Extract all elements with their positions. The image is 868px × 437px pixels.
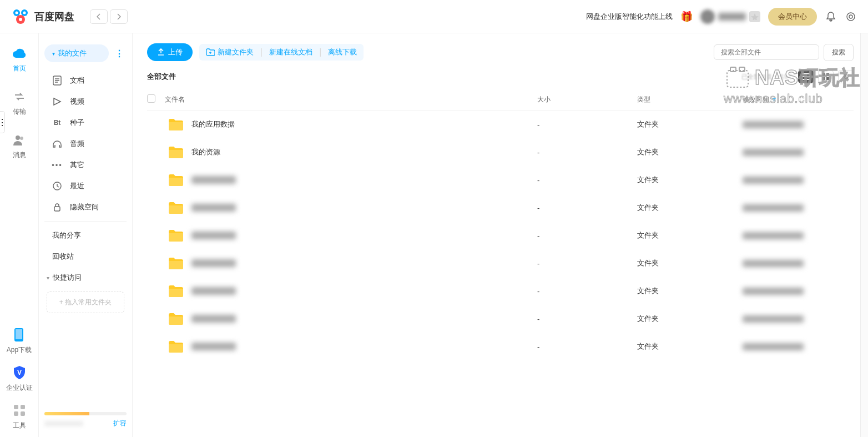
separator: | xyxy=(319,47,321,57)
user-block[interactable] xyxy=(700,9,760,24)
table-row[interactable]: 我的应用数据-文件夹 xyxy=(147,110,854,138)
row-size: - xyxy=(537,148,637,157)
avatar xyxy=(700,9,715,24)
baidu-pan-logo-icon xyxy=(11,8,30,25)
quick-access-dropzone[interactable]: + 拖入常用文件夹 xyxy=(47,292,124,313)
sidebar-cat-recent[interactable]: 最近 xyxy=(44,175,127,197)
breadcrumb[interactable]: 全部文件 xyxy=(147,72,176,82)
row-name: 我的资源 xyxy=(191,147,220,157)
grid-icon xyxy=(12,403,27,418)
cat-label: 文档 xyxy=(70,76,84,86)
table-row[interactable]: -文件夹 xyxy=(147,166,854,194)
notification-button[interactable] xyxy=(825,11,837,23)
row-name-blurred xyxy=(191,232,236,239)
chevron-right-icon xyxy=(117,13,121,20)
table-row[interactable]: -文件夹 xyxy=(147,222,854,249)
cat-label: 种子 xyxy=(70,118,84,128)
col-size[interactable]: 大小 xyxy=(537,95,637,104)
sidebar-cat-bt[interactable]: Bt种子 xyxy=(44,112,127,133)
rail-tools[interactable]: 工具 xyxy=(12,403,27,430)
my-files-more-button[interactable]: ⋮ xyxy=(112,46,127,61)
svg-point-7 xyxy=(849,15,852,18)
gift-icon[interactable]: 🎁 xyxy=(680,11,693,23)
cloud-icon xyxy=(12,46,27,61)
search-wrap: 搜索 xyxy=(714,44,854,61)
transfer-icon xyxy=(12,89,27,104)
rail-transfer[interactable]: 传输 xyxy=(12,89,27,117)
rail-app-download[interactable]: App下载 xyxy=(7,327,32,355)
nav-forward-button[interactable] xyxy=(110,9,128,24)
refresh-button[interactable]: ↻ xyxy=(838,70,854,83)
people-icon xyxy=(12,132,27,148)
sidebar-cat-other[interactable]: •••其它 xyxy=(44,154,127,175)
search-button[interactable]: 搜索 xyxy=(824,44,854,61)
table-row[interactable]: -文件夹 xyxy=(147,194,854,222)
header: 百度网盘 网盘企业版智能化功能上线 🎁 会员中心 xyxy=(0,0,868,33)
svg-point-6 xyxy=(847,13,855,21)
row-time-blurred xyxy=(743,315,804,323)
grid-view-button[interactable] xyxy=(818,70,834,83)
table-row[interactable]: -文件夹 xyxy=(147,277,854,305)
storage-expand-link[interactable]: 扩容 xyxy=(113,419,127,428)
col-type[interactable]: 类型 xyxy=(637,95,743,104)
my-files-pill[interactable]: ▾ 我的文件 xyxy=(44,44,109,62)
upload-icon xyxy=(157,48,165,56)
member-center-button[interactable]: 会员中心 xyxy=(768,8,817,26)
hidden-icon xyxy=(52,202,62,212)
folder-icon xyxy=(168,257,184,270)
svg-text:V: V xyxy=(17,369,21,376)
table-row[interactable]: -文件夹 xyxy=(147,333,854,360)
sidebar-cat-audio[interactable]: 音频 xyxy=(44,133,127,154)
row-type: 文件夹 xyxy=(637,147,743,157)
rail-bottom: App下载 V 企业认证 工具 xyxy=(6,327,33,430)
grid-small-icon xyxy=(822,73,829,80)
table-row[interactable]: -文件夹 xyxy=(147,305,854,333)
upload-button[interactable]: 上传 xyxy=(147,43,193,61)
search-input[interactable] xyxy=(714,44,819,60)
row-name-blurred xyxy=(191,287,236,295)
row-size: - xyxy=(537,232,637,240)
rail-app-label: App下载 xyxy=(7,345,32,355)
row-type: 文件夹 xyxy=(637,230,743,240)
video-icon xyxy=(52,97,62,107)
bell-icon xyxy=(826,12,836,22)
folder-icon xyxy=(168,284,184,298)
row-type: 文件夹 xyxy=(637,286,743,296)
logo[interactable]: 百度网盘 xyxy=(11,8,74,25)
rail-tools-label: 工具 xyxy=(13,421,26,430)
rail-messages[interactable]: 消息 xyxy=(12,132,27,160)
rail-collapse-handle[interactable]: ⋮ xyxy=(0,111,5,133)
table-row[interactable]: -文件夹 xyxy=(147,249,854,277)
sidebar-cat-doc[interactable]: 文档 xyxy=(44,70,127,91)
col-time[interactable]: 修改时间 ▼ xyxy=(743,95,854,104)
sidebar-recycle[interactable]: 回收站 xyxy=(44,246,127,267)
other-icon: ••• xyxy=(52,160,62,170)
row-time-blurred xyxy=(743,149,804,156)
table-row[interactable]: 我的资源-文件夹 xyxy=(147,138,854,166)
left-rail: ⋮ 首页 传输 消息 App下载 V 企业认证 工具 xyxy=(0,33,39,437)
row-type: 文件夹 xyxy=(637,314,743,324)
rail-home-label: 首页 xyxy=(13,64,26,73)
nav-back-button[interactable] xyxy=(90,9,108,24)
new-folder-button[interactable]: 新建文件夹 xyxy=(206,47,254,57)
sidebar-my-share[interactable]: 我的分享 xyxy=(44,225,127,246)
scrollbar-track[interactable] xyxy=(860,33,868,437)
svg-rect-16 xyxy=(21,411,25,416)
col-name[interactable]: 文件名 xyxy=(165,95,537,104)
rail-enterprise[interactable]: V 企业认证 xyxy=(6,365,33,393)
rail-home[interactable]: 首页 xyxy=(12,46,27,73)
offline-download-button[interactable]: 离线下载 xyxy=(328,47,357,57)
sidebar-cat-hidden[interactable]: 隐藏空间 xyxy=(44,197,127,218)
new-online-doc-button[interactable]: 新建在线文档 xyxy=(269,47,312,57)
promo-text[interactable]: 网盘企业版智能化功能上线 xyxy=(586,12,673,22)
sidebar-cat-video[interactable]: 视频 xyxy=(44,91,127,112)
select-all-checkbox[interactable] xyxy=(147,94,155,103)
cat-label: 其它 xyxy=(70,160,84,170)
folder-icon xyxy=(168,173,184,187)
sidebar-quick-access-header[interactable]: ▾ 快捷访问 xyxy=(44,267,127,288)
settings-button[interactable] xyxy=(845,11,857,23)
svg-rect-13 xyxy=(14,405,18,409)
list-view-button[interactable] xyxy=(798,70,814,83)
folder-icon xyxy=(168,229,184,242)
doc-icon xyxy=(52,76,62,86)
